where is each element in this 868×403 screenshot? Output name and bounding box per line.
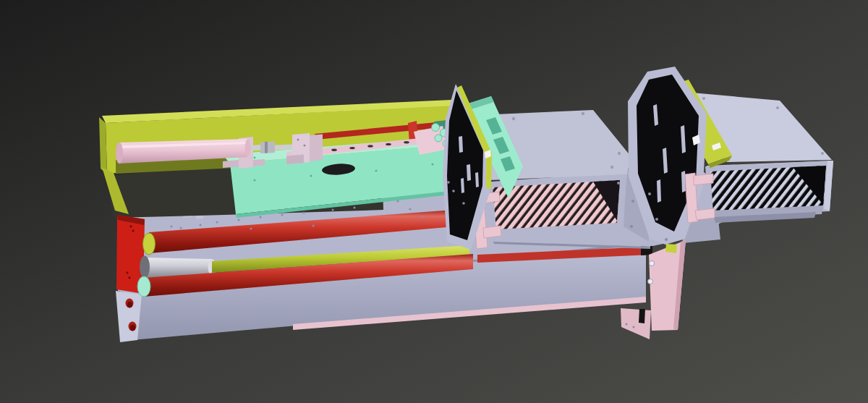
end-bracket-flange [310, 135, 323, 162]
foot-slot [639, 309, 645, 323]
3d-viewport[interactable] [0, 0, 868, 403]
handle-tab [694, 174, 713, 185]
handle-tab [483, 226, 501, 238]
silver-cylinder-left-cap [140, 256, 150, 279]
pink-cylinder-left-cap [116, 143, 123, 164]
column-yellow-pad [665, 244, 677, 253]
piston-rod-stub [251, 145, 260, 151]
handle-tab [695, 208, 715, 220]
rod-coupler-band [265, 142, 268, 153]
upper-roller-yellow-cap [143, 233, 156, 255]
cad-viewport-window [0, 0, 868, 403]
piston-rod-stub [275, 145, 292, 150]
lower-roller-mint-cap [137, 276, 150, 297]
pink-cylinder-right-cap [245, 140, 251, 157]
end-bracket-foot [286, 155, 304, 165]
